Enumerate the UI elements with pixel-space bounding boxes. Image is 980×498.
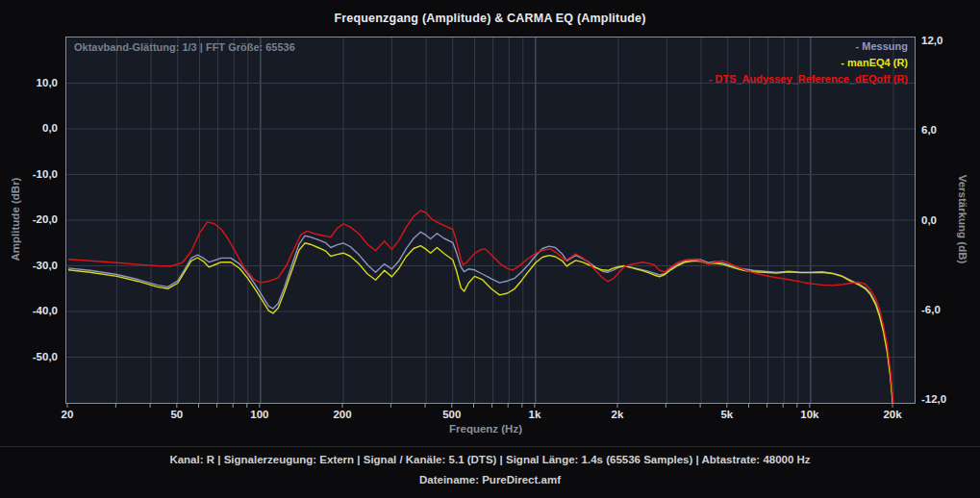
y-right-tick-label: -6,0: [921, 303, 977, 316]
y-left-tick-label: -10,0: [0, 167, 58, 181]
x-axis-title: Frequenz (Hz): [449, 423, 522, 435]
legend-item-maneq4: - manEQ4 (R): [709, 55, 908, 71]
status-bar-divider: [0, 446, 980, 447]
y-right-tick-label: -12,0: [921, 392, 977, 406]
legend-item-messung: - Messung: [709, 38, 908, 55]
x-tick-label: 1k: [506, 408, 564, 421]
curve-dts-audyssey: [68, 211, 894, 403]
chart-svg: [66, 37, 915, 403]
carma-frequency-response-window: Frequenzgang (Amplitude) & CARMA EQ (Amp…: [0, 0, 980, 498]
chart-legend: - Messung - manEQ4 (R) - DTS_Audyssey_Re…: [709, 38, 908, 87]
y-right-tick-label: 0,0: [921, 213, 977, 227]
plot-canvas[interactable]: Oktavband-Glättung: 1/3 | FFT Größe: 655…: [65, 37, 916, 404]
x-tick-label: 500: [423, 408, 481, 421]
curve-messung: [68, 232, 894, 403]
y-axis-right-title: Verstärkung (dB): [957, 175, 968, 264]
x-tick-label: 50: [148, 408, 206, 421]
legend-item-dts-audyssey: - DTS_Audyssey_Reference_dEQoff (R): [709, 71, 908, 87]
x-tick-label: 200: [314, 408, 371, 421]
curve-maneq4: [68, 243, 894, 403]
x-tick-label: 5k: [698, 408, 756, 421]
chart-title: Frequenzgang (Amplitude) & CARMA EQ (Amp…: [0, 12, 980, 25]
y-left-tick-label: -40,0: [0, 304, 58, 317]
y-right-tick-label: 6,0: [921, 123, 977, 137]
y-left-tick-label: 0,0: [0, 121, 58, 135]
y-left-tick-label: 10,0: [0, 76, 58, 89]
status-bar-measurement-info: Kanal: R | Signalerzeugung: Extern | Sig…: [0, 454, 980, 465]
y-left-tick-label: -20,0: [0, 212, 58, 226]
x-axis-tick-marks: [65, 403, 914, 408]
x-tick-label: 20k: [864, 408, 921, 421]
smoothing-info-label: Oktavband-Glättung: 1/3 | FFT Größe: 655…: [74, 41, 295, 53]
x-tick-label: 2k: [589, 408, 646, 421]
y-axis-left-title: Amplitude (dBr): [10, 178, 21, 261]
status-bar-filename: Dateiname: PureDirect.amf: [0, 474, 980, 486]
y-left-tick-label: -50,0: [0, 350, 58, 363]
x-tick-label: 100: [231, 408, 289, 421]
x-tick-label: 20: [38, 408, 96, 421]
y-left-tick-label: -30,0: [0, 259, 58, 272]
y-right-tick-label: 12,0: [921, 34, 977, 47]
x-tick-label: 10k: [781, 408, 839, 421]
